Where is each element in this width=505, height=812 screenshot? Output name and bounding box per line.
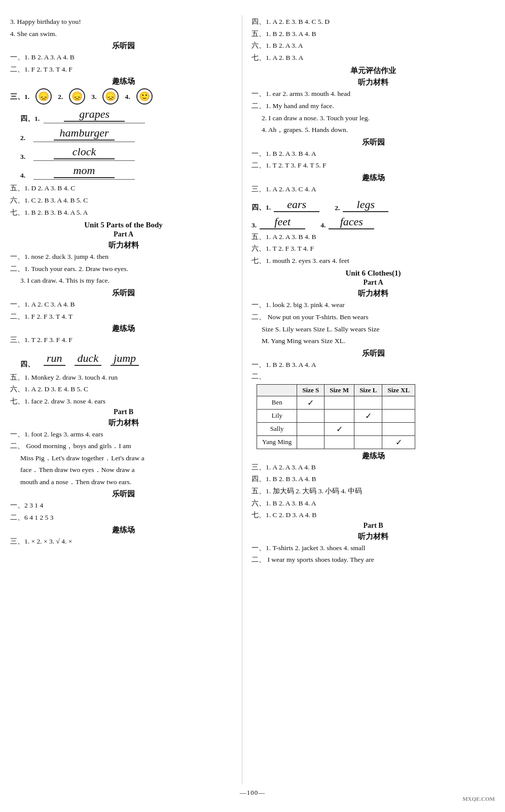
cell-sally-l <box>354 422 382 435</box>
er-l3: 二、6 4 1 2 5 3 <box>10 512 237 523</box>
wu-r: 五、1. B 2. B 3. A 4. B <box>251 28 495 40</box>
er-6a-l3: M. Yang Ming wears Size XL. <box>262 335 495 347</box>
ears-legs-row: 四、1. ears 2. legs <box>251 198 495 212</box>
si-r: 四、1. A 2. E 3. B 4. C 5. D <box>251 16 495 27</box>
two-column-layout: 3. Happy birthday to you! 4. She can swi… <box>10 15 495 784</box>
qulianchang-4: 趣练场 <box>251 173 495 183</box>
face-1: 😞 <box>35 88 52 105</box>
col-sizeM: Size M <box>324 384 354 396</box>
tingli-1: 听力材料 <box>10 241 237 250</box>
word-faces: faces <box>329 215 374 229</box>
san-q5: 三、1. A 2. A 3. A 4. B <box>251 462 495 473</box>
word-clock: clock <box>54 145 115 159</box>
san-label: 三、1. <box>10 91 29 103</box>
faces-item: 4. faces <box>320 215 374 229</box>
word-grapes: grapes <box>64 108 125 122</box>
qulianchang-1: 趣练场 <box>10 77 237 86</box>
letingyuan-4: 乐听园 <box>251 138 495 147</box>
er-a1b: 3. I can draw. 4. This is my face. <box>20 275 237 286</box>
face-3-num: 3. <box>91 91 96 103</box>
page: 3. Happy birthday to you! 4. She can swi… <box>0 0 505 812</box>
san-q2: 三、1. T 2. F 3. F 4. F <box>10 334 237 346</box>
cell-lily-m <box>324 409 354 422</box>
letingyuan-2: 乐听园 <box>10 288 237 298</box>
liu-q2: 六、1. A 2. D 3. E 4. B 5. C <box>10 384 237 395</box>
cell-ben-name: Ben <box>257 396 297 409</box>
liu-r: 六、1. B 2. A 3. A <box>251 40 495 51</box>
right-column: 四、1. A 2. E 3. B 4. C 5. D 五、1. B 2. B 3… <box>242 15 495 784</box>
er-l5-label: 二、 <box>251 371 495 382</box>
word-legs: legs <box>343 198 388 212</box>
wu-q2: 五、1. Monkey 2. draw 3. touch 4. run <box>10 372 237 383</box>
liu-q4: 六、1. T 2. F 3. T 4. F <box>251 243 495 254</box>
cell-lily-l: ✓ <box>354 409 382 422</box>
qi-1: 七、1. B 2. B 3. B 4. A 5. A <box>10 207 237 218</box>
unit6-title: Unit 6 Clothes(1) <box>251 269 495 278</box>
letingyuan-1: 乐听园 <box>10 41 237 51</box>
yi-l5: 一、1. B 2. B 3. A 4. A <box>251 359 495 370</box>
left-column: 3. Happy birthday to you! 4. She can swi… <box>10 15 242 784</box>
si-clock: 3. clock <box>20 145 237 161</box>
qulianchang-3: 趣练场 <box>10 525 237 535</box>
si-hamburger: 2. hamburger <box>20 126 237 142</box>
cell-sally-name: Sally <box>257 422 297 435</box>
size-table: Size S Size M Size L Size XL Ben ✓ <box>257 384 415 449</box>
cell-lily-s <box>297 409 324 422</box>
word-ears: ears <box>274 198 319 212</box>
er-a1: 二、1. Touch your ears. 2. Draw two eyes. <box>10 263 237 275</box>
yi-l3: 一、2 3 1 4 <box>10 500 237 511</box>
word-jump: jump <box>111 352 139 366</box>
yi-a1: 一、1. nose 2. duck 3. jump 4. then <box>10 251 237 262</box>
col-sizeXL: Size XL <box>382 384 415 396</box>
feet-faces-row: 3. feet 4. faces <box>251 215 495 229</box>
si-run-duck-jump: 四、 run duck jump <box>20 349 237 369</box>
qulianchang-2: 趣练场 <box>10 324 237 333</box>
qulianchang-5: 趣练场 <box>251 451 495 461</box>
face-3: 😞 <box>102 88 119 105</box>
cell-ben-m <box>324 396 354 409</box>
col-sizeS: Size S <box>297 384 324 396</box>
qi-q5: 七、1. C 2. D 3. A 4. B <box>251 510 495 521</box>
san-q3: 三、1. × 2. × 3. √ 4. × <box>10 536 237 547</box>
cell-sally-xl <box>382 422 415 435</box>
cell-lily-xl <box>382 409 415 422</box>
letingyuan-3: 乐听园 <box>10 489 237 499</box>
face-2: 😞 <box>69 88 85 105</box>
er-b1-l3: face．Then draw two eyes．Now draw a <box>20 464 237 476</box>
cell-ben-l <box>354 396 382 409</box>
si-grapes: 四、1. grapes <box>20 108 237 123</box>
cell-sally-m: ✓ <box>324 422 354 435</box>
partB-title: Part B <box>10 408 237 416</box>
qi-q2: 七、1. face 2. draw 3. nose 4. ears <box>10 396 237 407</box>
er-d1b: 2. I can draw a nose. 3. Touch your leg. <box>262 113 495 124</box>
faces-row: 三、1. 😞 2. 😞 3. 😞 4. 🙂 <box>10 88 237 105</box>
cell-lily-name: Lily <box>257 409 297 422</box>
san-q4: 三、1. A 2. A 3. C 4. A <box>251 184 495 195</box>
liu-1: 六、1. C 2. B 3. A 4. B 5. C <box>10 195 237 206</box>
yi-6a: 一、1. look 2. big 3. pink 4. wear <box>251 299 495 311</box>
danyuan-title: 单元评估作业 <box>251 66 495 76</box>
yi-d1: 一、1. ear 2. arms 3. mouth 4. head <box>251 88 495 99</box>
tingli-6: 听力材料 <box>251 289 495 298</box>
liu-q5: 六、1. B 2. A 3. B 4. A <box>251 498 495 509</box>
tingli-6b: 听力材料 <box>251 532 495 542</box>
partA-6-title: Part A <box>251 279 495 287</box>
er-l4: 二、1. T 2. T 3. F 4. T 5. F <box>251 160 495 171</box>
yi-l2: 一、1. A 2. C 3. A 4. B <box>10 299 237 310</box>
cell-yangming-name: Yang Ming <box>257 435 297 449</box>
cell-sally-s <box>297 422 324 435</box>
cell-yangming-m <box>324 435 354 449</box>
watermark: MXQE.COM <box>462 796 495 802</box>
letingyuan-5: 乐听园 <box>251 349 495 358</box>
legs-item: 2. legs <box>335 198 388 212</box>
cell-yangming-xl: ✓ <box>382 435 415 449</box>
partB-6-title: Part B <box>251 522 495 530</box>
word-run: run <box>44 352 65 366</box>
er-6a-l1: 二、 Now put on your T-shirts. Ben wears <box>251 312 495 323</box>
er-d1c: 4. Ah，grapes. 5. Hands down. <box>262 124 495 136</box>
line-she-can-swim: 4. She can swim. <box>10 28 237 40</box>
face-2-num: 2. <box>58 91 63 103</box>
word-hamburger: hamburger <box>54 126 115 141</box>
word-mom: mom <box>54 164 115 178</box>
col-sizeL: Size L <box>354 384 382 396</box>
